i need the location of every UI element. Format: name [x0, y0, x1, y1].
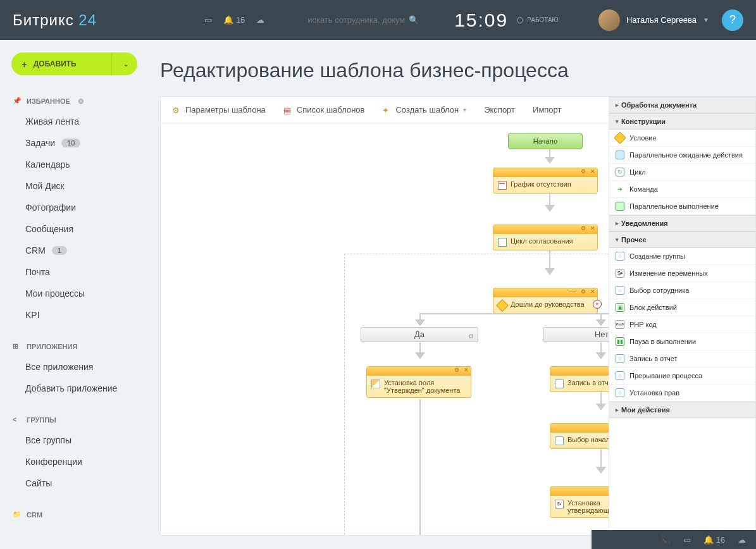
toolbar: ⚙Параметры шаблона ▤Список шаблонов ✦Соз…	[161, 97, 609, 123]
cloud-icon[interactable]: ☁	[256, 15, 264, 25]
calendar-icon	[498, 181, 507, 190]
pause-icon: ▮▮	[616, 337, 624, 346]
pal-command[interactable]: ➔Команда	[609, 181, 755, 198]
pal-select-user[interactable]: ○Выбор сотрудника	[609, 282, 755, 299]
chat-icon[interactable]: ▭	[204, 15, 212, 25]
pal-create-group[interactable]: ○Создание группы	[609, 248, 755, 265]
work-status[interactable]: РАБОТАЮ	[517, 16, 558, 23]
tb-export[interactable]: Экспорт	[484, 105, 515, 114]
palette: Обработка документа Конструкции Условие …	[609, 97, 755, 535]
section-favorites: 📌 ИЗБРАННОЕ ⚙	[0, 92, 149, 111]
content: Редактирование шаблона бизнес-процесса ⚙…	[149, 40, 756, 549]
badge: 1	[52, 246, 67, 255]
sidebar-item-disk[interactable]: Мой Диск	[0, 175, 149, 197]
search-icon[interactable]: 🔍	[409, 15, 419, 25]
top-bar: Битрикс 24 ▭ 🔔 16 ☁ 🔍 15:09 РАБОТАЮ Ната…	[0, 0, 756, 40]
phone-icon[interactable]: 📞	[660, 535, 671, 545]
chevron-down-icon: ▼	[703, 16, 709, 23]
sidebar-item-conf[interactable]: Конференции	[0, 451, 149, 472]
node-condition[interactable]: — Дошли до руководства +	[493, 288, 598, 314]
tb-list[interactable]: ▤Список шаблонов	[283, 105, 365, 114]
tb-import[interactable]: Импорт	[533, 105, 561, 114]
bottom-bar: 📞 ▭ 🔔 16 ☁	[592, 530, 756, 549]
arrow-icon: ➔	[616, 185, 624, 194]
key-icon: $•	[555, 500, 564, 509]
palette-group-notif[interactable]: Уведомления	[609, 215, 755, 231]
bell-icon[interactable]: 🔔 16	[223, 15, 245, 25]
list-icon: ▤	[283, 106, 292, 114]
stop-icon: ○	[616, 371, 624, 380]
chevron-down-icon: ⌄	[123, 61, 128, 68]
sidebar-item-feed[interactable]: Живая лента	[0, 111, 149, 132]
node-start[interactable]: Начало	[508, 133, 583, 149]
user-menu[interactable]: Наталья Сергеева ▼	[598, 9, 709, 31]
palette-group-constructs[interactable]: Конструкции	[609, 113, 755, 130]
pal-action-block[interactable]: ▣Блок действий	[609, 299, 755, 316]
palette-group-other[interactable]: Прочее	[609, 231, 755, 248]
flow-canvas[interactable]: Начало График отсутствия Цикл согласован…	[161, 123, 609, 535]
pal-change-vars[interactable]: $•Изменение переменных	[609, 265, 755, 282]
folder-icon: 📁	[13, 510, 22, 519]
gear-icon[interactable]: ⚙	[78, 97, 84, 106]
help-button[interactable]: ?	[722, 9, 743, 31]
node-cycle[interactable]: Цикл согласования	[493, 225, 598, 250]
search-box[interactable]: 🔍	[302, 13, 429, 27]
tb-params[interactable]: ⚙Параметры шаблона	[172, 105, 266, 114]
pal-cycle[interactable]: ↻Цикл	[609, 164, 755, 181]
workspace: ⚙Параметры шаблона ▤Список шаблонов ✦Соз…	[160, 96, 756, 536]
node-selectboss[interactable]: Выбор начальника	[550, 423, 609, 449]
sidebar-item-messages[interactable]: Сообщения	[0, 218, 149, 240]
bell-icon[interactable]: 🔔 16	[703, 535, 725, 545]
palette-group-doc[interactable]: Обработка документа	[609, 97, 755, 113]
sidebar-item-crm[interactable]: CRM1	[0, 240, 149, 261]
chevron-down-icon: ▾	[463, 106, 466, 113]
rights-icon: ○	[616, 388, 624, 397]
logo[interactable]: Битрикс 24	[13, 11, 97, 29]
add-button[interactable]: ДОБАВИТЬ ⌄	[11, 52, 137, 75]
node-report[interactable]: Запись в отчет	[550, 366, 609, 392]
badge: 10	[61, 139, 80, 147]
pal-parallel-wait[interactable]: Параллельное ожидание действия	[609, 147, 755, 164]
pal-php[interactable]: PHPPHP код	[609, 316, 755, 333]
add-branch-button[interactable]: +	[593, 300, 602, 309]
chat-icon[interactable]: ▭	[683, 535, 691, 545]
edit-icon	[371, 379, 380, 388]
pal-condition[interactable]: Условие	[609, 130, 755, 147]
write-icon	[555, 379, 564, 388]
user-icon	[555, 436, 564, 445]
sidebar-item-photos[interactable]: Фотографии	[0, 197, 149, 218]
node-setfield[interactable]: Установка поля "Утвержден" документа	[366, 366, 471, 398]
tb-create[interactable]: ✦Создать шаблон ▾	[382, 105, 466, 114]
doc-icon	[498, 238, 507, 247]
branch-no[interactable]: Нет	[543, 327, 609, 342]
pal-report[interactable]: ○Запись в отчет	[609, 350, 755, 367]
sidebar-item-mail[interactable]: Почта	[0, 261, 149, 283]
sidebar-item-allapps[interactable]: Все приложения	[0, 356, 149, 378]
node-schedule[interactable]: График отсутствия	[493, 168, 598, 194]
sidebar-item-tasks[interactable]: Задачи10	[0, 132, 149, 154]
pal-stop[interactable]: ○Прерывание процесса	[609, 367, 755, 385]
php-icon: PHP	[616, 320, 624, 329]
diamond-icon	[614, 132, 626, 144]
cycle-icon: ↻	[616, 168, 624, 176]
section-apps: ⊞ ПРИЛОЖЕНИЯ	[0, 337, 149, 356]
pal-pause[interactable]: ▮▮Пауза в выполнении	[609, 333, 755, 350]
sidebar-item-calendar[interactable]: Календарь	[0, 154, 149, 175]
sidebar-item-allgroups[interactable]: Все группы	[0, 429, 149, 451]
search-input[interactable]	[307, 15, 409, 25]
cloud-icon[interactable]: ☁	[738, 535, 746, 545]
sidebar-item-processes[interactable]: Мои процессы	[0, 283, 149, 304]
report-icon: ○	[616, 354, 624, 363]
branch-yes[interactable]: Да	[361, 327, 478, 342]
sidebar: ДОБАВИТЬ ⌄ 📌 ИЗБРАННОЕ ⚙ Живая лента Зад…	[0, 40, 149, 549]
node-setapprover[interactable]: $•Установка утверждающего	[550, 486, 609, 518]
apps-icon: ⊞	[13, 342, 22, 351]
pal-rights[interactable]: ○Установка прав	[609, 385, 755, 402]
palette-group-my[interactable]: Мои действия	[609, 402, 755, 418]
sidebar-item-kpi[interactable]: KPI	[0, 304, 149, 326]
sidebar-item-sites[interactable]: Сайты	[0, 472, 149, 494]
var-icon: $•	[616, 269, 624, 278]
pal-parallel-exec[interactable]: Параллельное выполнение	[609, 198, 755, 215]
sidebar-item-addapp[interactable]: Добавить приложение	[0, 378, 149, 399]
section-crm: 📁 CRM	[0, 505, 149, 524]
